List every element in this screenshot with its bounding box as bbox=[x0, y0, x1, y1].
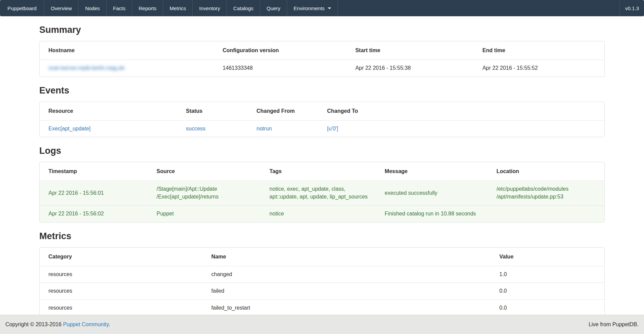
event-status-link[interactable]: success bbox=[186, 126, 206, 131]
summary-table: Hostname Configuration version Start tim… bbox=[40, 41, 604, 77]
events-table: Resource Status Changed From Changed To … bbox=[40, 102, 604, 137]
environments-dropdown-label: Environments bbox=[294, 5, 325, 11]
column-header-location: Location bbox=[491, 162, 604, 181]
logs-table: Timestamp Source Tags Message Location A… bbox=[40, 162, 604, 222]
column-header-changed-from: Changed From bbox=[252, 102, 322, 121]
log-location: /etc/puppetlabs/code/modules /apt/manife… bbox=[491, 181, 604, 205]
footer-puppetdb-status: Live from PuppetDB. bbox=[588, 321, 639, 328]
metric-value: 1.0 bbox=[494, 266, 604, 283]
log-timestamp: Apr 22 2016 - 15:56:01 bbox=[40, 181, 151, 205]
puppet-community-link[interactable]: Puppet Community bbox=[63, 321, 109, 327]
log-message: Finished catalog run in 10.88 seconds bbox=[380, 205, 491, 222]
event-row: Exec[apt_update] success notrun [u'0'] bbox=[40, 120, 604, 137]
column-header-timestamp: Timestamp bbox=[40, 162, 151, 181]
column-header-hostname: Hostname bbox=[40, 41, 217, 60]
hostname-link[interactable]: snat-tserver.mpib-berlin.mpg.de bbox=[48, 65, 125, 71]
summary-heading: Summary bbox=[39, 25, 605, 35]
nav-item-facts[interactable]: Facts bbox=[107, 0, 132, 16]
navbar-brand[interactable]: Puppetboard bbox=[0, 0, 44, 16]
log-location bbox=[491, 205, 604, 222]
events-heading: Events bbox=[39, 85, 605, 96]
config-version-value: 1461333348 bbox=[217, 60, 350, 77]
log-tags: notice, exec, apt_update, class, apt::up… bbox=[264, 181, 380, 205]
metrics-header-row: Category Name Value bbox=[40, 248, 604, 266]
event-changed-to-link[interactable]: [u'0'] bbox=[327, 126, 338, 131]
metric-value: 0.0 bbox=[494, 300, 604, 317]
metric-category: resources bbox=[40, 283, 206, 300]
event-changed-from-link[interactable]: notrun bbox=[257, 126, 272, 131]
events-header-row: Resource Status Changed From Changed To bbox=[40, 102, 604, 121]
nav-item-inventory[interactable]: Inventory bbox=[193, 0, 227, 16]
log-message: executed successfully bbox=[380, 181, 491, 205]
nav-item-catalogs[interactable]: Catalogs bbox=[227, 0, 260, 16]
metric-category: resources bbox=[40, 300, 206, 317]
log-timestamp: Apr 22 2016 - 15:56:02 bbox=[40, 205, 151, 222]
environments-dropdown[interactable]: Environments bbox=[287, 0, 338, 16]
column-header-source: Source bbox=[151, 162, 264, 181]
log-row: Apr 22 2016 - 15:56:01 /Stage[main]/Apt:… bbox=[40, 181, 604, 205]
page-footer: Copyright © 2013-2016 Puppet Community. … bbox=[0, 315, 644, 334]
nav-item-nodes[interactable]: Nodes bbox=[79, 0, 106, 16]
metric-value: 0.0 bbox=[494, 283, 604, 300]
metrics-heading: Metrics bbox=[39, 231, 605, 242]
summary-panel: Hostname Configuration version Start tim… bbox=[39, 41, 605, 77]
top-navbar: Puppetboard Overview Nodes Facts Reports… bbox=[0, 0, 644, 16]
column-header-status: Status bbox=[181, 102, 252, 121]
nav-item-query[interactable]: Query bbox=[260, 0, 287, 16]
column-header-category: Category bbox=[40, 248, 206, 266]
navbar-spacer bbox=[338, 0, 620, 16]
logs-heading: Logs bbox=[39, 146, 605, 156]
copyright-text: Copyright © 2013-2016 bbox=[5, 321, 63, 327]
log-row: Apr 22 2016 - 15:56:02 Puppet notice Fin… bbox=[40, 205, 604, 222]
column-header-name: Name bbox=[206, 248, 494, 266]
nav-item-reports[interactable]: Reports bbox=[132, 0, 163, 16]
metric-row: resources failed_to_restart 0.0 bbox=[40, 300, 604, 317]
event-resource-link[interactable]: Exec[apt_update] bbox=[48, 126, 91, 131]
logs-panel: Timestamp Source Tags Message Location A… bbox=[39, 162, 605, 222]
column-header-resource: Resource bbox=[40, 102, 181, 121]
copyright-period: . bbox=[109, 321, 110, 327]
column-header-start-time: Start time bbox=[350, 41, 477, 60]
column-header-config-version: Configuration version bbox=[217, 41, 350, 60]
metric-category: resources bbox=[40, 266, 206, 283]
metric-row: resources changed 1.0 bbox=[40, 266, 604, 283]
log-tags: notice bbox=[264, 205, 380, 222]
footer-copyright: Copyright © 2013-2016 Puppet Community. bbox=[5, 321, 110, 328]
column-header-value: Value bbox=[494, 248, 604, 266]
nav-item-metrics[interactable]: Metrics bbox=[163, 0, 193, 16]
start-time-value: Apr 22 2016 - 15:55:38 bbox=[350, 60, 477, 77]
main-content: Summary Hostname Configuration version S… bbox=[39, 25, 605, 329]
events-panel: Resource Status Changed From Changed To … bbox=[39, 102, 605, 138]
metric-name: failed_to_restart bbox=[206, 300, 494, 317]
column-header-changed-to: Changed To bbox=[322, 102, 604, 121]
column-header-message: Message bbox=[380, 162, 491, 181]
caret-down-icon bbox=[328, 7, 331, 9]
log-source: /Stage[main]/Apt::Update /Exec[apt_updat… bbox=[151, 181, 264, 205]
summary-header-row: Hostname Configuration version Start tim… bbox=[40, 41, 604, 60]
summary-row: snat-tserver.mpib-berlin.mpg.de 14613333… bbox=[40, 60, 604, 77]
metric-name: changed bbox=[206, 266, 494, 283]
column-header-end-time: End time bbox=[477, 41, 604, 60]
version-badge: v0.1.3 bbox=[620, 0, 644, 16]
end-time-value: Apr 22 2016 - 15:55:52 bbox=[477, 60, 604, 77]
metric-row: resources failed 0.0 bbox=[40, 283, 604, 300]
metric-name: failed bbox=[206, 283, 494, 300]
column-header-tags: Tags bbox=[264, 162, 380, 181]
log-source: Puppet bbox=[151, 205, 264, 222]
nav-item-overview[interactable]: Overview bbox=[44, 0, 79, 16]
logs-header-row: Timestamp Source Tags Message Location bbox=[40, 162, 604, 181]
